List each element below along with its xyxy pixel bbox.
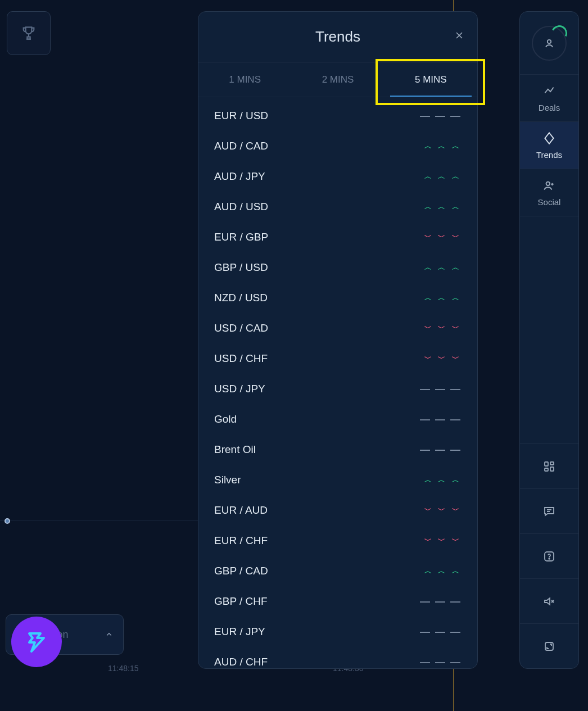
svg-point-7	[549, 558, 550, 559]
trend-arrows: — — —	[420, 414, 462, 425]
panel-header: Trends	[198, 12, 477, 62]
trend-arrows: ﹀ ﹀ ﹀	[424, 232, 462, 242]
trends-panel: Trends 1 MINS2 MINS5 MINS EUR / USD— — —…	[198, 11, 478, 669]
pair-label: EUR / USD	[214, 110, 268, 122]
trend-row[interactable]: GBP / CAD︿ ︿ ︿	[198, 556, 477, 586]
pair-label: USD / JPY	[214, 383, 265, 395]
svg-rect-5	[545, 468, 548, 471]
brand-logo[interactable]	[11, 617, 62, 667]
trend-arrows: ︿ ︿ ︿	[424, 171, 462, 182]
svg-rect-3	[550, 462, 554, 465]
trend-row[interactable]: AUD / CAD︿ ︿ ︿	[198, 131, 477, 161]
pair-label: Silver	[214, 474, 241, 486]
rail-item-label: Social	[538, 197, 561, 207]
tab-2-mins[interactable]: 2 MINS	[291, 62, 384, 97]
rail-chat-button[interactable]	[520, 488, 578, 533]
trend-row[interactable]: GBP / USD︿ ︿ ︿	[198, 252, 477, 283]
trend-arrows: — — —	[420, 383, 462, 395]
trend-arrows: ︿ ︿ ︿	[424, 475, 462, 485]
trend-row[interactable]: Silver︿ ︿ ︿	[198, 465, 477, 495]
trend-row[interactable]: USD / CAD﹀ ﹀ ﹀	[198, 313, 477, 343]
svg-rect-2	[545, 462, 548, 466]
svg-rect-8	[545, 642, 553, 650]
trend-arrows: ︿ ︿ ︿	[424, 202, 462, 212]
trend-arrows: ﹀ ﹀ ﹀	[424, 505, 462, 515]
rail-item-label: Deals	[539, 103, 560, 112]
trend-row[interactable]: EUR / GBP﹀ ﹀ ﹀	[198, 222, 477, 252]
trend-row[interactable]: EUR / AUD﹀ ﹀ ﹀	[198, 495, 477, 526]
pair-label: AUD / CHF	[214, 656, 268, 668]
pair-label: Brent Oil	[214, 443, 256, 456]
trend-arrows: — — —	[420, 626, 462, 638]
deals-icon	[542, 84, 557, 98]
trend-row[interactable]: EUR / CHF﹀ ﹀ ﹀	[198, 526, 477, 556]
trend-arrows: ﹀ ﹀ ﹀	[424, 536, 462, 546]
trend-arrows: ︿ ︿ ︿	[424, 141, 462, 151]
trend-row[interactable]: GBP / CHF— — —	[198, 586, 477, 617]
rail-mute-button[interactable]	[520, 578, 578, 623]
close-button[interactable]	[454, 30, 465, 41]
pair-label: EUR / JPY	[214, 626, 265, 638]
trend-row[interactable]: AUD / CHF— — —	[198, 647, 477, 668]
trend-row[interactable]: NZD / USD︿ ︿ ︿	[198, 283, 477, 313]
pair-label: EUR / CHF	[214, 535, 268, 547]
rail-help-button[interactable]	[520, 533, 578, 578]
profile-button[interactable]	[520, 12, 578, 75]
svg-point-0	[548, 39, 551, 43]
chevron-up-icon	[102, 627, 116, 642]
rail-item-trends[interactable]: Trends	[520, 122, 578, 169]
tab-5-mins[interactable]: 5 MINS	[385, 62, 477, 97]
trend-arrows: — — —	[420, 656, 462, 668]
pair-label: Gold	[214, 413, 237, 425]
trend-arrows: — — —	[420, 444, 462, 456]
trend-arrows: ︿ ︿ ︿	[424, 566, 462, 576]
trend-arrows: ︿ ︿ ︿	[424, 262, 462, 273]
pair-label: NZD / USD	[214, 292, 268, 304]
trend-row[interactable]: USD / CHF﹀ ﹀ ﹀	[198, 343, 477, 374]
rail-fullscreen-button[interactable]	[520, 623, 578, 668]
trend-row[interactable]: AUD / USD︿ ︿ ︿	[198, 192, 477, 222]
pair-label: AUD / CAD	[214, 140, 268, 152]
trophy-icon	[20, 24, 38, 42]
pair-label: USD / CAD	[214, 322, 268, 334]
trend-row[interactable]: Brent Oil— — —	[198, 434, 477, 465]
pair-label: AUD / JPY	[214, 170, 265, 183]
tabs-bar: 1 MINS2 MINS5 MINS	[198, 62, 477, 97]
pair-label: GBP / CAD	[214, 565, 268, 577]
right-rail: DealsTrendsSocial	[519, 11, 579, 669]
trend-row[interactable]: USD / JPY— — —	[198, 374, 477, 404]
chart-time-label: 11:48:15	[108, 664, 139, 673]
trend-list[interactable]: EUR / USD— — —AUD / CAD︿ ︿ ︿AUD / JPY︿ ︿…	[198, 97, 477, 668]
panel-title: Trends	[315, 28, 360, 46]
pair-label: USD / CHF	[214, 352, 268, 365]
rail-item-label: Trends	[536, 150, 562, 160]
trend-arrows: — — —	[420, 596, 462, 608]
chart-price-dot	[4, 518, 10, 524]
trends-icon	[542, 131, 557, 146]
pair-label: GBP / USD	[214, 261, 268, 274]
trend-arrows: ﹀ ﹀ ﹀	[424, 323, 462, 333]
svg-point-1	[546, 182, 550, 186]
tournaments-button[interactable]	[7, 11, 51, 55]
rail-widgets-button[interactable]	[520, 443, 578, 488]
pair-label: AUD / USD	[214, 201, 268, 213]
trend-arrows: — — —	[420, 110, 462, 122]
trend-row[interactable]: AUD / JPY︿ ︿ ︿	[198, 161, 477, 192]
svg-rect-4	[550, 467, 554, 471]
tab-1-mins[interactable]: 1 MINS	[198, 62, 291, 97]
pair-label: EUR / AUD	[214, 504, 268, 517]
avatar-ring	[532, 26, 567, 61]
trend-arrows: ︿ ︿ ︿	[424, 293, 462, 303]
rail-item-social[interactable]: Social	[520, 169, 578, 216]
trend-row[interactable]: Gold— — —	[198, 404, 477, 434]
pair-label: GBP / CHF	[214, 595, 268, 608]
rail-item-deals[interactable]: Deals	[520, 75, 578, 122]
pair-label: EUR / GBP	[214, 231, 268, 243]
trend-row[interactable]: EUR / JPY— — —	[198, 617, 477, 647]
trend-row[interactable]: EUR / USD— — —	[198, 101, 477, 131]
trend-arrows: ﹀ ﹀ ﹀	[424, 354, 462, 364]
social-icon	[542, 178, 557, 193]
